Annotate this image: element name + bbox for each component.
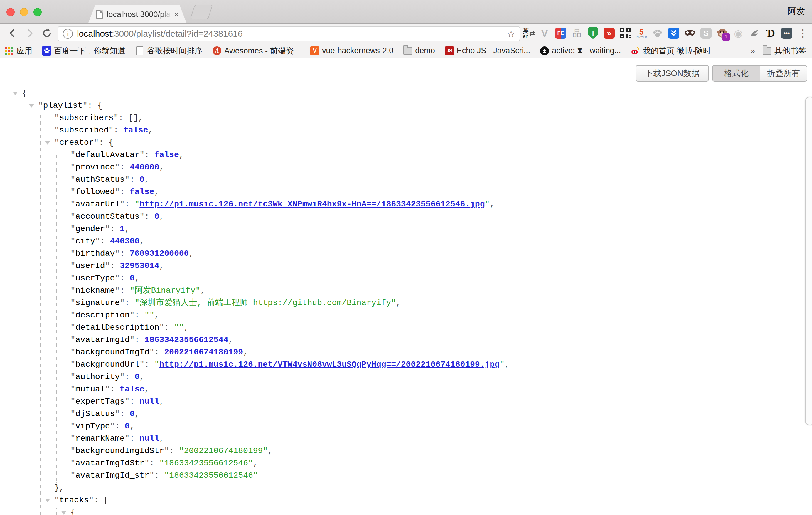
- scrollbar-thumb[interactable]: [805, 97, 812, 425]
- mask-extension-icon[interactable]: [684, 27, 696, 39]
- reload-button[interactable]: [40, 26, 54, 40]
- titlebar: localhost:3000/playlist/detail? × 阿发: [0, 0, 812, 24]
- active-download-icon: [540, 47, 549, 55]
- json-line: "djStatus": 0,: [0, 408, 812, 420]
- weibo-icon: [631, 47, 640, 55]
- json-line: "vipType": 0,: [0, 420, 812, 432]
- browser-profile-name: 阿发: [787, 5, 805, 17]
- bookmark-item[interactable]: 应用: [5, 46, 32, 56]
- vue-devtools-icon[interactable]: V: [539, 27, 551, 39]
- sitemap-extension-icon[interactable]: 品: [571, 27, 583, 39]
- close-window-button[interactable]: [6, 8, 15, 16]
- bookmark-item[interactable]: 百度一下，你就知道: [42, 46, 125, 56]
- fe-extension-icon[interactable]: FE: [555, 27, 567, 39]
- url-path: :3000/playlist/detail?id=24381616: [112, 29, 242, 38]
- json-line: "authority": 0,: [0, 371, 812, 383]
- collapse-toggle-icon[interactable]: [12, 92, 18, 95]
- collapse-toggle-icon[interactable]: [45, 498, 50, 503]
- json-line: {: [0, 507, 812, 515]
- address-bar[interactable]: i localhost:3000/playlist/detail?id=2438…: [58, 26, 520, 41]
- json-line: "avatarImgId": 18633423556612544,: [0, 334, 812, 346]
- tab-favicon-page-icon: [96, 10, 103, 19]
- bookmark-item[interactable]: Vvue-hackernews-2.0: [310, 46, 394, 55]
- json-line: "subscribed": false,: [0, 124, 812, 137]
- bookmark-item[interactable]: 我的首页 微博-随时...: [631, 46, 718, 56]
- json-line: "playlist": {: [0, 99, 812, 112]
- collapse-toggle-icon[interactable]: [45, 141, 50, 145]
- bookmark-label: Awesomes - 前端资...: [224, 46, 300, 56]
- bookmark-label: 我的首页 微博-随时...: [643, 46, 718, 56]
- tab-title: localhost:3000/playlist/detail?: [107, 10, 171, 19]
- json-line: "gender": 1,: [0, 223, 812, 235]
- bookmark-item[interactable]: demo: [403, 46, 435, 55]
- other-bookmarks-button[interactable]: 其他书签: [763, 46, 806, 56]
- weibo-gray-extension-icon[interactable]: ◉: [732, 27, 745, 39]
- shield-t-extension-icon[interactable]: T: [587, 27, 599, 39]
- json-line: "signature": "深圳市爱猫人士, 前端工程师 https://git…: [0, 297, 812, 309]
- page-info-icon[interactable]: i: [63, 29, 73, 39]
- translate-extension-icon[interactable]: 英en⇄: [522, 27, 534, 39]
- tampermonkey-extension-icon[interactable]: 1: [716, 27, 728, 39]
- json-line: "subscribers": [],: [0, 112, 812, 124]
- qr-code-extension-icon[interactable]: [619, 27, 632, 39]
- d-extension-icon[interactable]: Ɗ: [764, 27, 777, 39]
- url-host: localhost: [77, 29, 112, 38]
- bookmark-label: active: ⧗ - waiting...: [552, 46, 621, 55]
- json-link[interactable]: http://p1.music.126.net/tc3Wk_XNPmwiR4hx…: [140, 200, 485, 209]
- json-line: "authStatus": 0,: [0, 174, 812, 186]
- new-tab-button[interactable]: [190, 5, 213, 19]
- bookmark-label: demo: [415, 46, 435, 55]
- back-button[interactable]: [5, 26, 19, 40]
- minimize-window-button[interactable]: [20, 8, 28, 16]
- bookmarks-bar: 应用百度一下，你就知道谷歌按时间排序AAwesomes - 前端资...Vvue…: [0, 44, 812, 58]
- awesomes-icon: A: [212, 47, 221, 55]
- echojs-icon: JS: [445, 47, 454, 55]
- folder-icon: [403, 47, 412, 55]
- json-line: "city": 440300,: [0, 235, 812, 248]
- baidu-icon: [42, 47, 51, 55]
- json-line: "followed": false,: [0, 186, 812, 198]
- collapse-toggle-icon[interactable]: [61, 511, 66, 515]
- json-line: "nickname": "阿发Binaryify",: [0, 285, 812, 297]
- blue-chevrons-extension-icon[interactable]: [668, 27, 680, 39]
- bookmarks-overflow-icon[interactable]: »: [750, 46, 755, 56]
- json-line: "userType": 0,: [0, 272, 812, 285]
- browser-menu-icon[interactable]: ⋮: [797, 27, 809, 39]
- bookmark-item[interactable]: AAwesomes - 前端资...: [212, 46, 300, 56]
- json-line: "avatarUrl": "http://p1.music.126.net/tc…: [0, 198, 812, 210]
- json-line: "detailDescription": "",: [0, 321, 812, 334]
- json-line: {: [0, 87, 812, 99]
- json-line: "defaultAvatar": false,: [0, 149, 812, 161]
- bookmark-label: 谷歌按时间排序: [147, 46, 203, 56]
- json-line: "backgroundImgId": 2002210674180199,: [0, 346, 812, 359]
- tab-close-icon[interactable]: ×: [174, 10, 178, 18]
- json-line: "birthday": 768931200000,: [0, 248, 812, 260]
- paw-extension-icon[interactable]: [651, 27, 664, 39]
- zoom-window-button[interactable]: [33, 8, 42, 16]
- json-line: "expertTags": null,: [0, 396, 812, 408]
- html5-player-extension-icon[interactable]: 5PLAYER: [635, 27, 647, 39]
- browser-tab[interactable]: localhost:3000/playlist/detail? ×: [88, 5, 187, 24]
- json-line: "backgroundUrl": "http://p1.music.126.ne…: [0, 359, 812, 371]
- url-text[interactable]: localhost:3000/playlist/detail?id=243816…: [77, 29, 243, 39]
- extensions-row: 英en⇄VFE品T»5PLAYERS1◉Ɗ•••⋮: [522, 26, 809, 41]
- dots-box-extension-icon[interactable]: •••: [781, 27, 793, 39]
- s-extension-icon[interactable]: S: [700, 27, 712, 39]
- json-line: },: [0, 482, 812, 494]
- bookmark-item[interactable]: active: ⧗ - waiting...: [540, 46, 621, 55]
- json-line: "userId": 32953014,: [0, 260, 812, 272]
- json-line: "tracks": [: [0, 494, 812, 507]
- bookmark-item[interactable]: 谷歌按时间排序: [135, 46, 203, 56]
- forward-button[interactable]: [23, 26, 37, 40]
- vue-icon: V: [310, 47, 319, 55]
- bookmark-label: 应用: [17, 46, 32, 56]
- page-icon: [135, 47, 144, 55]
- bookmark-label: Echo JS - JavaScri...: [457, 46, 530, 55]
- json-link[interactable]: http://p1.music.126.net/VTW4vsN08vwL3uSQ…: [159, 360, 499, 369]
- collapse-toggle-icon[interactable]: [29, 104, 34, 108]
- fastforward-extension-icon[interactable]: »: [603, 27, 615, 39]
- bookmark-star-icon[interactable]: ☆: [507, 29, 516, 39]
- bookmark-item[interactable]: JSEcho JS - JavaScri...: [445, 46, 530, 55]
- bird-extension-icon[interactable]: [748, 27, 761, 39]
- json-line: "mutual": false,: [0, 383, 812, 396]
